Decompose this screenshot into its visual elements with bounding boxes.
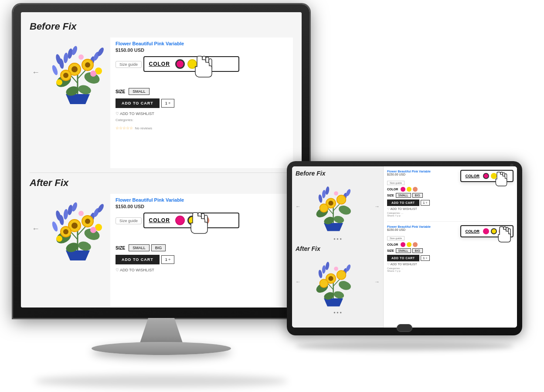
before-wishlist-label: ADD TO WISHLIST — [120, 112, 154, 116]
svg-point-77 — [337, 195, 346, 204]
tablet-after-add-btn[interactable]: ADD TO CART — [387, 255, 419, 261]
before-size-guide[interactable]: Size guide — [116, 61, 142, 68]
tablet-before-size-row: SIZE SMALL BIG — [387, 193, 513, 198]
svg-point-76 — [328, 201, 333, 206]
tablet-before-add-btn[interactable]: ADD TO CART — [387, 199, 419, 206]
tablet-after-left-arrow[interactable]: ← — [296, 279, 301, 285]
svg-point-20 — [85, 62, 90, 68]
after-fix-section: After Fix ← — [30, 177, 293, 308]
monitor-shadow — [35, 375, 288, 388]
svg-point-96 — [320, 279, 328, 287]
tablet-before-qty[interactable]: 1 ÷ — [421, 200, 430, 206]
before-color-dot-pink[interactable] — [175, 59, 185, 69]
tablet-after-right-arrow[interactable]: → — [374, 279, 380, 285]
tablet-before-wishlist-label: ADD TO WISHLIST — [391, 207, 417, 210]
svg-point-26 — [90, 71, 96, 77]
tablet-after-wishlist[interactable]: ♡ ADD TO WISHLIST — [387, 263, 513, 266]
before-stars: ☆☆☆☆☆ — [116, 126, 133, 130]
svg-point-55 — [56, 236, 62, 242]
after-size-small[interactable]: SMALL — [129, 244, 150, 251]
svg-point-18 — [71, 66, 78, 72]
after-color-label: COLOR — [149, 217, 170, 223]
tablet-before-dot-pink[interactable] — [401, 187, 405, 192]
tablet-before-dot-orange[interactable] — [413, 187, 418, 192]
tablet-before-share: Share: f y p — [387, 214, 513, 217]
after-product-details: Flower Beautiful Pink Variable $150.00 U… — [110, 194, 293, 308]
tablet-before-popup-hand — [492, 167, 509, 189]
hand-cursor-svg — [189, 50, 215, 81]
tablet-after-dot-pink[interactable] — [401, 242, 405, 247]
after-hand-cursor-svg — [185, 206, 211, 237]
tablet-before-size-guide[interactable]: Size guide — [387, 181, 405, 185]
monitor-screen: Before Fix ← — [21, 12, 302, 308]
tablet-popup-before-color-label: COLOR — [466, 174, 480, 178]
tablet-before-size-big[interactable]: BIG — [412, 193, 423, 198]
before-add-to-cart-btn[interactable]: ADD TO CART — [116, 98, 160, 108]
tablet-popup-before-pink[interactable] — [483, 173, 489, 179]
tablet-before-label: Before Fix — [296, 170, 380, 177]
tablet-home-button[interactable] — [397, 324, 412, 332]
svg-point-89 — [322, 265, 326, 274]
after-add-to-cart-btn[interactable]: ADD TO CART — [116, 255, 160, 264]
tablet-after-size-small[interactable]: SMALL — [396, 248, 411, 253]
before-product-title: Flower Beautiful Pink Variable — [116, 41, 288, 46]
svg-point-12 — [51, 64, 59, 76]
tablet-left-col: Before Fix ← — [292, 166, 384, 328]
tablet-before-wishlist[interactable]: ♡ ADD TO WISHLIST — [387, 207, 513, 211]
before-flower-area: ← — [30, 37, 110, 107]
before-wishlist-row[interactable]: ♡ ADD TO WISHLIST — [116, 112, 288, 116]
tablet-after-dots: ● ● ● — [296, 311, 380, 314]
svg-point-88 — [318, 270, 323, 278]
tablet-after-dot-yellow[interactable] — [407, 242, 411, 247]
after-qty-value: 1 ÷ — [165, 257, 170, 262]
svg-point-9 — [63, 53, 68, 64]
after-left-arrow[interactable]: ← — [30, 194, 42, 264]
flower-svg-after — [42, 196, 114, 261]
tablet-before-left-arrow[interactable]: ← — [296, 203, 301, 210]
svg-point-24 — [56, 79, 62, 85]
after-wishlist-label: ADD TO WISHLIST — [120, 268, 154, 272]
svg-marker-80 — [324, 298, 343, 306]
tablet-after-popup-hand — [494, 222, 513, 245]
tablet-after-size-guide[interactable]: Size guide — [387, 236, 405, 240]
tablet-before-color-label: COLOR — [387, 188, 398, 191]
svg-marker-31 — [66, 250, 90, 260]
tablet-after-size-big[interactable]: BIG — [412, 248, 423, 253]
after-flower-area: ← — [30, 194, 110, 264]
tablet-before-flower — [301, 179, 374, 233]
screen-content: Before Fix ← — [21, 12, 302, 308]
tablet-after-share: Share: f y p — [387, 270, 513, 272]
tablet-after-flower — [301, 255, 374, 309]
tablet-after-cart-row: ADD TO CART 1 ÷ — [387, 255, 513, 261]
tablet-before-size-small[interactable]: SMALL — [396, 193, 411, 198]
after-size-guide[interactable]: Size guide — [116, 217, 142, 224]
after-fix-product-row: ← — [30, 194, 293, 308]
tablet-after-info: Flower Beautiful Pink Variable $150.00 U… — [387, 225, 513, 272]
tablet-after-qty[interactable]: 1 ÷ — [421, 255, 430, 261]
tablet-before-right-arrow[interactable]: → — [374, 203, 380, 210]
tablet-after-dot-orange[interactable] — [413, 242, 418, 247]
after-wishlist-row[interactable]: ♡ ADD TO WISHLIST — [116, 268, 288, 272]
tablet-before-dot-yellow[interactable] — [407, 187, 411, 192]
before-categories-label: Categories: — [116, 118, 133, 122]
section-divider — [30, 172, 293, 173]
svg-point-97 — [334, 267, 338, 271]
before-qty-selector[interactable]: 1 ÷ — [161, 99, 174, 108]
tablet-before-qty-val: 1 ÷ — [423, 201, 428, 204]
before-stars-row: ☆☆☆☆☆ No reviews — [116, 123, 288, 131]
flower-svg — [42, 40, 114, 105]
before-size-small[interactable]: SMALL — [129, 88, 150, 95]
before-add-cart-row: ADD TO CART 1 ÷ — [116, 98, 288, 108]
svg-point-78 — [320, 204, 328, 212]
after-size-big[interactable]: BIG — [151, 244, 166, 251]
before-size-label: SIZE — [116, 89, 125, 94]
tablet-before-popup-cursor — [492, 167, 509, 191]
svg-point-51 — [85, 219, 90, 224]
tablet-popup-after-pink[interactable] — [483, 228, 489, 234]
tablet-shadow — [296, 342, 513, 351]
before-left-arrow[interactable]: ← — [30, 37, 42, 107]
monitor-bezel: Before Fix ← — [13, 4, 309, 318]
after-color-dot-pink[interactable] — [175, 216, 185, 225]
after-qty-selector[interactable]: 1 ÷ — [161, 255, 174, 264]
tablet-flower-before-svg — [301, 179, 366, 232]
